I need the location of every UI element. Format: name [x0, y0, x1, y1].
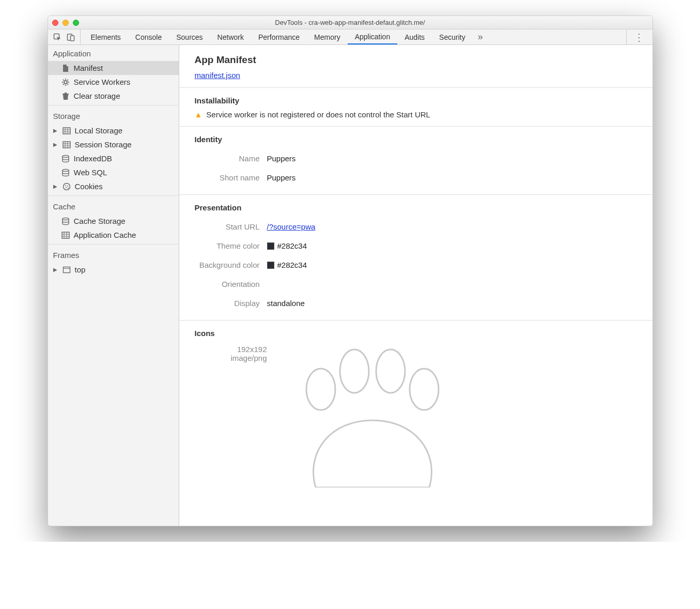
sidebar-item-cache-storage[interactable]: Cache Storage [48, 214, 179, 228]
sidebar-item-websql[interactable]: Web SQL [48, 165, 179, 179]
disclosure-triangle-icon[interactable]: ▶ [53, 128, 58, 133]
panel-tabs: Elements Console Sources Network Perform… [81, 29, 491, 44]
icon-meta: 192x192 image/png [195, 343, 267, 362]
disclosure-triangle-icon[interactable]: ▶ [53, 184, 58, 189]
svg-point-13 [63, 218, 69, 220]
svg-point-19 [410, 369, 439, 410]
section-heading: Icons [195, 329, 637, 338]
presentation-section: Presentation Start URL /?source=pwa Them… [179, 194, 652, 320]
installability-section: Installability ▲ Service worker is not r… [179, 87, 652, 126]
identity-name-value: Puppers [267, 154, 296, 163]
sidebar-section-cache: Cache [48, 198, 179, 214]
db-icon [61, 217, 70, 225]
devtools-window: DevTools - cra-web-app-manifest-defaut.g… [48, 16, 653, 526]
db-icon [61, 169, 70, 177]
svg-rect-4 [63, 128, 70, 134]
svg-point-16 [306, 369, 335, 410]
identity-short-name-value: Puppers [267, 173, 296, 182]
toggle-device-icon[interactable] [67, 33, 75, 41]
page-title: App Manifest [195, 54, 637, 66]
icon-mime: image/png [195, 354, 267, 362]
sidebar-item-clear-storage[interactable]: Clear storage [48, 89, 179, 103]
sidebar-item-label: Clear storage [74, 92, 120, 100]
grid-icon [61, 231, 70, 239]
cookie-icon [63, 182, 71, 191]
section-heading: Identity [195, 135, 637, 144]
svg-rect-15 [63, 267, 70, 272]
warning-icon: ▲ [195, 110, 203, 119]
svg-point-18 [376, 349, 405, 393]
svg-point-9 [65, 185, 66, 186]
theme-color-value: #282c34 [277, 241, 307, 250]
sidebar-item-application-cache[interactable]: Application Cache [48, 228, 179, 242]
section-heading: Installability [195, 96, 637, 105]
sidebar-section-frames: Frames [48, 247, 179, 263]
app-icon-preview [274, 343, 460, 490]
grid-icon [63, 127, 71, 135]
tab-elements[interactable]: Elements [84, 29, 128, 44]
tab-application[interactable]: Application [348, 29, 398, 44]
sidebar-item-label: Local Storage [75, 126, 123, 135]
sidebar-item-label: Manifest [74, 64, 103, 72]
sidebar-item-label: Session Storage [75, 140, 132, 149]
sidebar-item-label: top [75, 265, 86, 274]
tab-console[interactable]: Console [128, 29, 169, 44]
file-icon [61, 64, 70, 72]
db-icon [61, 155, 70, 163]
svg-point-10 [67, 186, 68, 187]
tab-security[interactable]: Security [432, 29, 473, 44]
orientation-label: Orientation [195, 280, 267, 288]
titlebar: DevTools - cra-web-app-manifest-defaut.g… [48, 16, 652, 29]
window-title: DevTools - cra-web-app-manifest-defaut.g… [48, 19, 652, 26]
svg-point-7 [63, 169, 69, 171]
identity-name-label: Name [195, 154, 267, 163]
sidebar-item-cookies[interactable]: ▶ Cookies [48, 179, 179, 193]
svg-point-17 [340, 349, 369, 393]
tab-sources[interactable]: Sources [169, 29, 210, 44]
sidebar-item-top-frame[interactable]: ▶ top [48, 263, 179, 277]
sidebar-item-label: Cookies [75, 182, 103, 191]
bg-color-value: #282c34 [277, 261, 307, 269]
sidebar-item-service-workers[interactable]: Service Workers [48, 75, 179, 89]
tab-performance[interactable]: Performance [251, 29, 307, 44]
svg-point-8 [63, 183, 70, 190]
installability-warning: Service worker is not registered or does… [206, 110, 430, 119]
section-heading: Presentation [195, 203, 637, 212]
manifest-content: App Manifest manifest.json Installabilit… [179, 45, 652, 526]
display-label: Display [195, 299, 267, 308]
start-url-link[interactable]: /?source=pwa [267, 222, 316, 231]
sidebar-item-label: Service Workers [74, 78, 131, 86]
tab-audits[interactable]: Audits [397, 29, 432, 44]
sidebar-item-local-storage[interactable]: ▶ Local Storage [48, 124, 179, 138]
sidebar-item-label: Cache Storage [74, 217, 126, 225]
frame-icon [63, 266, 71, 274]
tabs-overflow-button[interactable]: » [473, 29, 488, 44]
theme-color-swatch [267, 242, 274, 250]
tab-network[interactable]: Network [210, 29, 251, 44]
manifest-link[interactable]: manifest.json [195, 71, 240, 80]
tab-memory[interactable]: Memory [307, 29, 348, 44]
sidebar-item-manifest[interactable]: Manifest [48, 61, 179, 75]
icons-section: Icons 192x192 image/png [179, 320, 652, 497]
disclosure-triangle-icon[interactable]: ▶ [53, 267, 58, 272]
inspect-element-icon[interactable] [53, 33, 61, 41]
sidebar-item-label: IndexedDB [74, 154, 112, 163]
sidebar-item-indexeddb[interactable]: IndexedDB [48, 151, 179, 165]
theme-color-label: Theme color [195, 241, 267, 250]
icon-size: 192x192 [195, 345, 267, 354]
kebab-menu-icon[interactable]: ⋮ [626, 29, 652, 44]
sidebar-item-label: Web SQL [74, 168, 107, 177]
disclosure-triangle-icon[interactable]: ▶ [53, 142, 58, 147]
application-sidebar: Application Manifest Service Workers Cle… [48, 45, 179, 526]
gear-icon [61, 78, 70, 86]
trash-icon [61, 92, 70, 100]
svg-rect-14 [62, 232, 69, 238]
sidebar-section-storage: Storage [48, 108, 179, 124]
identity-section: Identity Name Puppers Short name Puppers [179, 126, 652, 194]
svg-rect-2 [70, 36, 74, 41]
svg-rect-5 [63, 142, 70, 148]
bg-color-swatch [267, 262, 274, 269]
sidebar-item-session-storage[interactable]: ▶ Session Storage [48, 138, 179, 151]
display-value: standalone [267, 299, 305, 308]
devtools-toolbar: Elements Console Sources Network Perform… [48, 29, 652, 45]
